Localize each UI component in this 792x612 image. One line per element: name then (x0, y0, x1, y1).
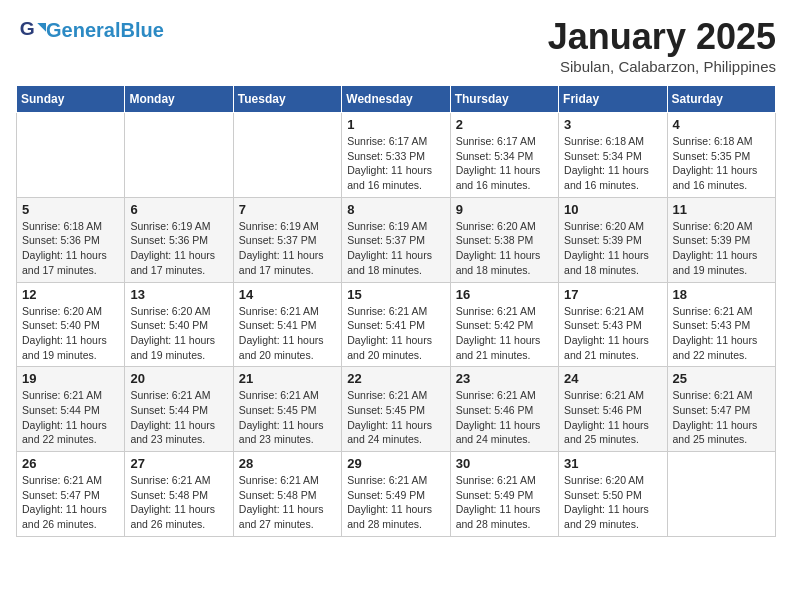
calendar-cell: 1Sunrise: 6:17 AMSunset: 5:33 PMDaylight… (342, 113, 450, 198)
weekday-header-row: SundayMondayTuesdayWednesdayThursdayFrid… (17, 86, 776, 113)
logo: G GeneralBlue (16, 16, 164, 44)
weekday-monday: Monday (125, 86, 233, 113)
week-row-3: 19Sunrise: 6:21 AMSunset: 5:44 PMDayligh… (17, 367, 776, 452)
calendar-table: SundayMondayTuesdayWednesdayThursdayFrid… (16, 85, 776, 537)
day-number: 28 (239, 456, 336, 471)
day-info: Sunrise: 6:20 AMSunset: 5:50 PMDaylight:… (564, 473, 661, 532)
calendar-cell: 2Sunrise: 6:17 AMSunset: 5:34 PMDaylight… (450, 113, 558, 198)
day-number: 11 (673, 202, 770, 217)
day-number: 6 (130, 202, 227, 217)
calendar-cell: 7Sunrise: 6:19 AMSunset: 5:37 PMDaylight… (233, 197, 341, 282)
day-info: Sunrise: 6:20 AMSunset: 5:39 PMDaylight:… (673, 219, 770, 278)
calendar-cell: 26Sunrise: 6:21 AMSunset: 5:47 PMDayligh… (17, 452, 125, 537)
day-info: Sunrise: 6:21 AMSunset: 5:46 PMDaylight:… (456, 388, 553, 447)
calendar-cell: 19Sunrise: 6:21 AMSunset: 5:44 PMDayligh… (17, 367, 125, 452)
day-number: 15 (347, 287, 444, 302)
calendar-cell: 18Sunrise: 6:21 AMSunset: 5:43 PMDayligh… (667, 282, 775, 367)
calendar-cell: 28Sunrise: 6:21 AMSunset: 5:48 PMDayligh… (233, 452, 341, 537)
calendar-cell: 29Sunrise: 6:21 AMSunset: 5:49 PMDayligh… (342, 452, 450, 537)
calendar-cell: 15Sunrise: 6:21 AMSunset: 5:41 PMDayligh… (342, 282, 450, 367)
day-number: 14 (239, 287, 336, 302)
calendar-cell: 10Sunrise: 6:20 AMSunset: 5:39 PMDayligh… (559, 197, 667, 282)
day-number: 5 (22, 202, 119, 217)
day-info: Sunrise: 6:21 AMSunset: 5:48 PMDaylight:… (130, 473, 227, 532)
day-number: 24 (564, 371, 661, 386)
day-info: Sunrise: 6:21 AMSunset: 5:41 PMDaylight:… (347, 304, 444, 363)
day-number: 29 (347, 456, 444, 471)
day-info: Sunrise: 6:21 AMSunset: 5:44 PMDaylight:… (130, 388, 227, 447)
calendar-cell: 22Sunrise: 6:21 AMSunset: 5:45 PMDayligh… (342, 367, 450, 452)
calendar-cell (125, 113, 233, 198)
day-info: Sunrise: 6:21 AMSunset: 5:44 PMDaylight:… (22, 388, 119, 447)
calendar-cell: 31Sunrise: 6:20 AMSunset: 5:50 PMDayligh… (559, 452, 667, 537)
weekday-thursday: Thursday (450, 86, 558, 113)
day-number: 12 (22, 287, 119, 302)
week-row-4: 26Sunrise: 6:21 AMSunset: 5:47 PMDayligh… (17, 452, 776, 537)
day-number: 2 (456, 117, 553, 132)
title-area: January 2025 Sibulan, Calabarzon, Philip… (548, 16, 776, 75)
day-info: Sunrise: 6:21 AMSunset: 5:45 PMDaylight:… (347, 388, 444, 447)
calendar-cell: 8Sunrise: 6:19 AMSunset: 5:37 PMDaylight… (342, 197, 450, 282)
day-info: Sunrise: 6:18 AMSunset: 5:34 PMDaylight:… (564, 134, 661, 193)
day-number: 18 (673, 287, 770, 302)
calendar-cell: 30Sunrise: 6:21 AMSunset: 5:49 PMDayligh… (450, 452, 558, 537)
day-number: 23 (456, 371, 553, 386)
day-number: 27 (130, 456, 227, 471)
calendar-cell (233, 113, 341, 198)
day-info: Sunrise: 6:21 AMSunset: 5:47 PMDaylight:… (22, 473, 119, 532)
calendar-cell: 11Sunrise: 6:20 AMSunset: 5:39 PMDayligh… (667, 197, 775, 282)
day-info: Sunrise: 6:18 AMSunset: 5:35 PMDaylight:… (673, 134, 770, 193)
day-info: Sunrise: 6:21 AMSunset: 5:46 PMDaylight:… (564, 388, 661, 447)
logo-icon: G (18, 16, 46, 44)
logo-text-line1: GeneralBlue (46, 19, 164, 41)
day-info: Sunrise: 6:21 AMSunset: 5:47 PMDaylight:… (673, 388, 770, 447)
week-row-2: 12Sunrise: 6:20 AMSunset: 5:40 PMDayligh… (17, 282, 776, 367)
day-info: Sunrise: 6:18 AMSunset: 5:36 PMDaylight:… (22, 219, 119, 278)
day-number: 13 (130, 287, 227, 302)
day-info: Sunrise: 6:20 AMSunset: 5:40 PMDaylight:… (22, 304, 119, 363)
day-info: Sunrise: 6:21 AMSunset: 5:49 PMDaylight:… (456, 473, 553, 532)
calendar-cell: 3Sunrise: 6:18 AMSunset: 5:34 PMDaylight… (559, 113, 667, 198)
svg-marker-2 (37, 23, 46, 32)
day-info: Sunrise: 6:20 AMSunset: 5:38 PMDaylight:… (456, 219, 553, 278)
calendar-cell: 5Sunrise: 6:18 AMSunset: 5:36 PMDaylight… (17, 197, 125, 282)
calendar-cell: 17Sunrise: 6:21 AMSunset: 5:43 PMDayligh… (559, 282, 667, 367)
week-row-0: 1Sunrise: 6:17 AMSunset: 5:33 PMDaylight… (17, 113, 776, 198)
calendar-cell: 14Sunrise: 6:21 AMSunset: 5:41 PMDayligh… (233, 282, 341, 367)
weekday-tuesday: Tuesday (233, 86, 341, 113)
day-number: 10 (564, 202, 661, 217)
calendar-cell (17, 113, 125, 198)
day-number: 4 (673, 117, 770, 132)
calendar-cell: 23Sunrise: 6:21 AMSunset: 5:46 PMDayligh… (450, 367, 558, 452)
day-number: 25 (673, 371, 770, 386)
calendar-cell: 6Sunrise: 6:19 AMSunset: 5:36 PMDaylight… (125, 197, 233, 282)
day-info: Sunrise: 6:19 AMSunset: 5:36 PMDaylight:… (130, 219, 227, 278)
day-info: Sunrise: 6:21 AMSunset: 5:49 PMDaylight:… (347, 473, 444, 532)
day-info: Sunrise: 6:17 AMSunset: 5:34 PMDaylight:… (456, 134, 553, 193)
calendar-body: 1Sunrise: 6:17 AMSunset: 5:33 PMDaylight… (17, 113, 776, 537)
day-info: Sunrise: 6:21 AMSunset: 5:43 PMDaylight:… (673, 304, 770, 363)
day-info: Sunrise: 6:19 AMSunset: 5:37 PMDaylight:… (347, 219, 444, 278)
calendar-subtitle: Sibulan, Calabarzon, Philippines (548, 58, 776, 75)
day-number: 7 (239, 202, 336, 217)
calendar-cell: 4Sunrise: 6:18 AMSunset: 5:35 PMDaylight… (667, 113, 775, 198)
day-number: 17 (564, 287, 661, 302)
calendar-cell: 13Sunrise: 6:20 AMSunset: 5:40 PMDayligh… (125, 282, 233, 367)
day-number: 30 (456, 456, 553, 471)
calendar-cell: 16Sunrise: 6:21 AMSunset: 5:42 PMDayligh… (450, 282, 558, 367)
day-info: Sunrise: 6:21 AMSunset: 5:48 PMDaylight:… (239, 473, 336, 532)
day-number: 22 (347, 371, 444, 386)
day-info: Sunrise: 6:21 AMSunset: 5:45 PMDaylight:… (239, 388, 336, 447)
day-number: 20 (130, 371, 227, 386)
calendar-cell: 24Sunrise: 6:21 AMSunset: 5:46 PMDayligh… (559, 367, 667, 452)
day-number: 19 (22, 371, 119, 386)
day-number: 31 (564, 456, 661, 471)
header: G GeneralBlue January 2025 Sibulan, Cala… (16, 16, 776, 75)
svg-text:G: G (20, 18, 35, 39)
day-number: 26 (22, 456, 119, 471)
weekday-sunday: Sunday (17, 86, 125, 113)
day-info: Sunrise: 6:20 AMSunset: 5:40 PMDaylight:… (130, 304, 227, 363)
calendar-title: January 2025 (548, 16, 776, 58)
weekday-saturday: Saturday (667, 86, 775, 113)
day-info: Sunrise: 6:21 AMSunset: 5:42 PMDaylight:… (456, 304, 553, 363)
